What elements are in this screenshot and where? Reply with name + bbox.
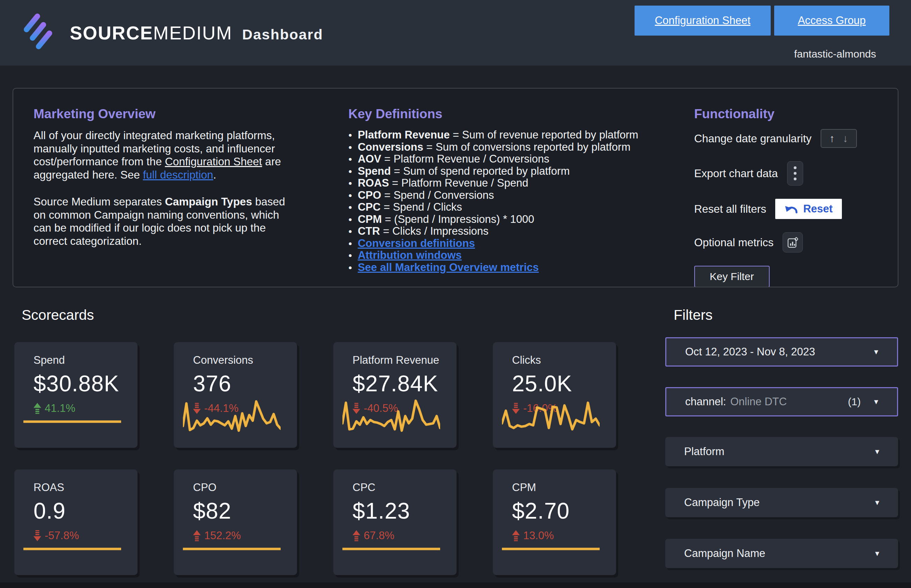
marketing-overview-title: Marketing Overview xyxy=(34,106,292,122)
reset-button[interactable]: Reset xyxy=(775,199,841,219)
definition-item: AOV = Platform Revenue / Conversions xyxy=(349,153,639,165)
definition-link-item: Conversion definitions xyxy=(349,237,639,250)
optional-metrics-icon[interactable] xyxy=(783,232,803,252)
filters-title: Filters xyxy=(674,307,898,323)
key-definitions-list: Platform Revenue = Sum of revenue report… xyxy=(349,129,639,273)
chevron-down-icon: ▼ xyxy=(874,499,881,507)
functionality-column: Functionality Change date granularity ↑ … xyxy=(694,106,892,288)
marketing-overview-paragraph-2: Source Medium separates Campaign Types b… xyxy=(34,195,292,248)
brand-wordmark: SOURCEMEDIUM Dashboard xyxy=(70,22,323,44)
arrow-up-icon[interactable]: ↑ xyxy=(829,132,835,144)
sparkline xyxy=(342,523,440,562)
sparkline xyxy=(502,523,600,562)
definition-link-item: See all Marketing Overview metrics xyxy=(349,262,639,274)
marketing-overview-column: Marketing Overview All of your directly … xyxy=(34,106,292,288)
campaign-type-filter[interactable]: Campaign Type ▼ xyxy=(665,488,898,517)
arrow-down-icon[interactable]: ↓ xyxy=(843,132,848,144)
chevron-down-icon: ▼ xyxy=(873,348,880,356)
sparkline xyxy=(183,396,280,435)
sparkline xyxy=(23,396,121,435)
see-all-metrics-link[interactable]: See all Marketing Overview metrics xyxy=(358,261,539,273)
channel-filter-value: Online DTC xyxy=(730,396,787,408)
date-range-filter[interactable]: Oct 12, 2023 - Nov 8, 2023 ▼ xyxy=(665,337,898,367)
workspace-name: fantastic-almonds xyxy=(794,48,876,60)
campaign-name-filter[interactable]: Campaign Name ▼ xyxy=(665,539,898,568)
sparkline xyxy=(183,523,280,562)
channel-filter-count: (1) xyxy=(848,396,861,408)
app-header: SOURCEMEDIUM Dashboard Configuration She… xyxy=(0,0,911,66)
sparkline xyxy=(502,396,600,435)
chevron-down-icon: ▼ xyxy=(874,448,881,456)
campaign-type-filter-label: Campaign Type xyxy=(684,496,760,509)
scorecard-cpm: CPM $2.70 13.0% xyxy=(493,469,616,575)
platform-filter-label: Platform xyxy=(684,445,724,458)
scorecard-conversions: Conversions 376 -44.1% xyxy=(174,342,297,448)
key-definitions-title: Key Definitions xyxy=(349,106,639,122)
scorecard-platform-revenue: Platform Revenue $27.84K -40.5% xyxy=(333,342,457,448)
configuration-sheet-link[interactable]: Configuration Sheet xyxy=(165,155,262,168)
filters-section: Filters Oct 12, 2023 - Nov 8, 2023 ▼ cha… xyxy=(665,288,898,588)
date-range-value: Oct 12, 2023 - Nov 8, 2023 xyxy=(685,346,815,358)
brand-source: SOURCE xyxy=(70,22,153,44)
key-definitions-column: Key Definitions Platform Revenue = Sum o… xyxy=(349,106,639,288)
configuration-sheet-button[interactable]: Configuration Sheet xyxy=(635,6,771,36)
scorecards-section: Scorecards Spend $30.88K 41.1% Conversio… xyxy=(13,288,618,588)
sparkline xyxy=(342,396,440,435)
scorecard-spend: Spend $30.88K 41.1% xyxy=(14,342,138,448)
overview-info-panel: Marketing Overview All of your directly … xyxy=(13,88,898,288)
full-description-link[interactable]: full description xyxy=(143,168,213,181)
kebab-menu-icon[interactable] xyxy=(787,161,803,186)
optional-metrics-row: Optional metrics xyxy=(694,232,892,252)
lower-section: Scorecards Spend $30.88K 41.1% Conversio… xyxy=(0,288,911,588)
campaign-name-filter-label: Campaign Name xyxy=(684,547,765,560)
attribution-windows-link[interactable]: Attribution windows xyxy=(358,249,462,261)
scorecard-roas: ROAS 0.9 -57.8% xyxy=(14,469,138,575)
definition-item: Platform Revenue = Sum of revenue report… xyxy=(349,129,639,141)
sourcemedium-logo-icon xyxy=(22,11,58,52)
bottom-bar xyxy=(0,582,911,588)
change-date-granularity-row: Change date granularity ↑ ↓ xyxy=(694,129,892,148)
definition-item: CTR = Clicks / Impressions xyxy=(349,225,639,237)
functionality-title: Functionality xyxy=(694,106,892,122)
platform-filter[interactable]: Platform ▼ xyxy=(665,437,898,466)
definition-link-item: Attribution windows xyxy=(349,249,639,262)
definition-item: ROAS = Platform Revenue / Spend xyxy=(349,177,639,189)
definition-item: Conversions = Sum of conversions reporte… xyxy=(349,141,639,153)
brand-medium: MEDIUM xyxy=(153,22,232,44)
export-chart-data-row: Export chart data xyxy=(694,161,892,186)
brand-dashboard-label: Dashboard xyxy=(242,26,323,43)
conversion-definitions-link[interactable]: Conversion definitions xyxy=(358,237,475,249)
key-filter-button[interactable]: Key Filter xyxy=(694,266,770,288)
scorecard-clicks: Clicks 25.0K -16.0% xyxy=(493,342,616,448)
scorecards-grid: Spend $30.88K 41.1% Conversions 376 -44.… xyxy=(14,342,618,575)
scorecard-cpo: CPO $82 152.2% xyxy=(174,469,297,575)
sparkline xyxy=(23,523,121,562)
channel-filter[interactable]: channel: Online DTC (1) ▼ xyxy=(665,387,898,417)
definition-item: Spend = Sum of spend reported by platfor… xyxy=(349,165,639,178)
definition-item: CPM = (Spend / Impressions) * 1000 xyxy=(349,213,639,226)
definition-item: CPC = Spend / Clicks xyxy=(349,201,639,213)
reset-all-filters-row: Reset all filters Reset xyxy=(694,199,892,219)
marketing-overview-paragraph-1: All of your directly integrated marketin… xyxy=(34,129,292,181)
channel-filter-label: channel: xyxy=(685,396,726,408)
header-actions: Configuration Sheet Access Group xyxy=(635,6,889,36)
scorecards-title: Scorecards xyxy=(22,307,618,323)
date-granularity-stepper[interactable]: ↑ ↓ xyxy=(820,129,857,148)
access-group-button[interactable]: Access Group xyxy=(774,6,889,36)
undo-icon xyxy=(784,204,798,214)
chevron-down-icon: ▼ xyxy=(873,398,880,406)
scorecard-cpc: CPC $1.23 67.8% xyxy=(333,469,457,575)
definition-item: CPO = Spend / Conversions xyxy=(349,189,639,202)
chevron-down-icon: ▼ xyxy=(874,550,881,558)
